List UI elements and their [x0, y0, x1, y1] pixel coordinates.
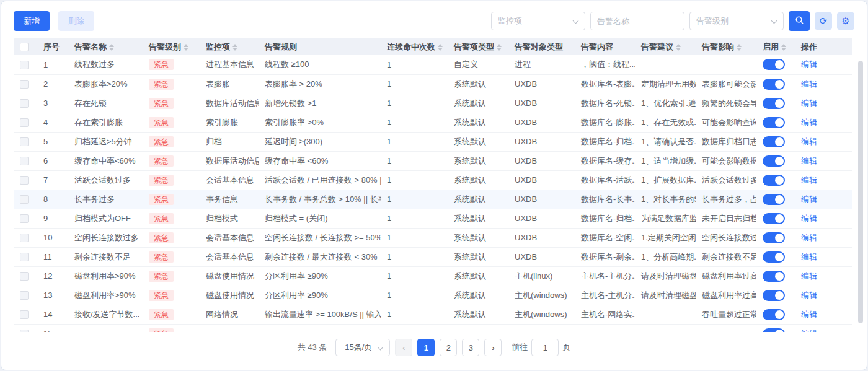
vertical-scrollbar[interactable]: [858, 61, 863, 323]
cell-alert-level: 紧急: [143, 151, 200, 170]
row-checkbox[interactable]: [20, 330, 29, 332]
cell-monitor-item: 归档: [200, 132, 259, 151]
row-checkbox[interactable]: [20, 234, 29, 242]
row-checkbox[interactable]: [20, 118, 29, 127]
row-checkbox[interactable]: [20, 80, 29, 89]
enable-toggle[interactable]: [763, 328, 785, 333]
edit-link[interactable]: 编辑: [801, 98, 817, 108]
monitor-item-select[interactable]: 监控项: [491, 12, 585, 30]
column-header[interactable]: 告警级别: [143, 38, 200, 55]
enable-toggle[interactable]: [763, 59, 785, 70]
cell-actions: 编辑: [795, 305, 852, 324]
enable-toggle[interactable]: [763, 98, 785, 109]
row-checkbox[interactable]: [20, 157, 29, 165]
column-header[interactable]: 连续命中次数: [381, 38, 448, 55]
alert-level-select[interactable]: 告警级别: [689, 12, 784, 30]
sort-icon[interactable]: [232, 44, 237, 51]
cell-alert-impact: 未开启日志归档...: [696, 209, 756, 228]
cell-actions: 编辑: [795, 286, 852, 305]
select-all-checkbox[interactable]: [20, 43, 29, 51]
edit-link[interactable]: 编辑: [801, 175, 817, 185]
edit-link[interactable]: 编辑: [801, 310, 817, 319]
column-header[interactable]: 告警项类型: [448, 38, 508, 55]
cell-actions: 编辑: [795, 190, 852, 209]
enable-toggle[interactable]: [763, 155, 785, 167]
column-header[interactable]: 告警名称: [68, 38, 143, 55]
enable-toggle[interactable]: [763, 271, 785, 282]
row-checkbox[interactable]: [20, 99, 29, 108]
alert-name-input[interactable]: [597, 17, 678, 26]
delete-button[interactable]: 删除: [58, 11, 94, 31]
cell-alert-content: 主机名-主机分...: [575, 286, 635, 305]
row-checkbox[interactable]: [20, 253, 29, 261]
row-checkbox[interactable]: [20, 291, 29, 300]
table-row: 14接收/发送字节数...紧急网络情况输出流量速率 >= 100kB/S || …: [14, 305, 852, 324]
row-checkbox[interactable]: [20, 195, 29, 204]
edit-link[interactable]: 编辑: [801, 79, 817, 89]
prev-page-button[interactable]: ‹: [395, 339, 412, 356]
row-checkbox[interactable]: [20, 310, 29, 319]
row-checkbox[interactable]: [20, 61, 29, 69]
goto-suffix: 页: [562, 342, 570, 353]
column-header[interactable]: 告警建议: [635, 38, 696, 55]
edit-link[interactable]: 编辑: [801, 59, 817, 69]
edit-link[interactable]: 编辑: [801, 194, 817, 204]
edit-link[interactable]: 编辑: [801, 214, 817, 223]
cell-target-type: 主机(windows): [508, 305, 575, 324]
column-header[interactable]: 告警影响: [696, 38, 756, 55]
add-button[interactable]: 新增: [14, 11, 50, 31]
next-page-button[interactable]: ›: [484, 339, 502, 356]
page-button-2[interactable]: 2: [440, 339, 457, 356]
cell-actions: 编辑: [795, 266, 852, 286]
page-button-3[interactable]: 3: [462, 339, 479, 356]
edit-link[interactable]: 编辑: [801, 290, 817, 300]
enable-toggle[interactable]: [763, 290, 785, 301]
edit-link[interactable]: 编辑: [801, 118, 817, 127]
row-checkbox-cell: [14, 151, 37, 170]
row-checkbox[interactable]: [20, 176, 29, 185]
sort-icon[interactable]: [781, 44, 786, 51]
cell-alert-rule: 长事务数 / 事务总数 > 10% || 长事务...: [259, 190, 381, 209]
edit-link[interactable]: 编辑: [801, 137, 817, 146]
sort-icon[interactable]: [109, 44, 114, 51]
enable-toggle[interactable]: [763, 309, 785, 320]
column-settings-button[interactable]: ⚙: [837, 12, 854, 30]
row-checkbox[interactable]: [20, 272, 29, 281]
edit-link[interactable]: 编辑: [801, 233, 817, 242]
enable-toggle[interactable]: [763, 251, 785, 263]
row-checkbox[interactable]: [20, 214, 29, 223]
sort-icon[interactable]: [438, 44, 443, 51]
search-button[interactable]: [789, 11, 810, 31]
row-checkbox[interactable]: [20, 137, 29, 146]
enable-toggle[interactable]: [763, 79, 785, 90]
column-header[interactable]: 启用: [756, 38, 795, 55]
page-button-1[interactable]: 1: [417, 339, 435, 356]
goto-page-input[interactable]: [531, 339, 559, 356]
enable-toggle[interactable]: [763, 136, 785, 147]
refresh-button[interactable]: ⟳: [815, 12, 832, 30]
cell-monitor-item: 归档模式: [200, 209, 259, 228]
page-size-select[interactable]: 15条/页: [335, 339, 390, 356]
refresh-icon: ⟳: [820, 15, 828, 27]
enable-toggle[interactable]: [763, 213, 785, 224]
sort-icon[interactable]: [737, 44, 742, 51]
edit-link[interactable]: 编辑: [801, 329, 817, 333]
cell-alert-rule: 剩余连接数 / 最大连接数 < 30%: [259, 247, 381, 266]
sort-icon[interactable]: [676, 44, 681, 51]
cell-alert-content: 数据库名-膨胀...: [575, 113, 635, 132]
select-all-header[interactable]: [14, 38, 37, 55]
edit-link[interactable]: 编辑: [801, 156, 817, 165]
enable-toggle[interactable]: [763, 117, 785, 128]
edit-link[interactable]: 编辑: [801, 271, 817, 281]
enable-toggle[interactable]: [763, 175, 785, 186]
enable-toggle[interactable]: [763, 194, 785, 205]
cell-alert-suggestion: 1.定期关闭空闲...: [635, 228, 696, 247]
cell-target-type: 主机(linux): [508, 266, 575, 286]
enable-toggle[interactable]: [763, 232, 785, 243]
column-header[interactable]: 监控项: [200, 38, 259, 55]
sort-icon[interactable]: [184, 44, 188, 51]
cell-alert-name: 接收/发送字节数...: [68, 305, 143, 324]
edit-link[interactable]: 编辑: [801, 252, 817, 261]
cell-enabled: [756, 94, 795, 113]
sort-icon[interactable]: [497, 44, 502, 51]
